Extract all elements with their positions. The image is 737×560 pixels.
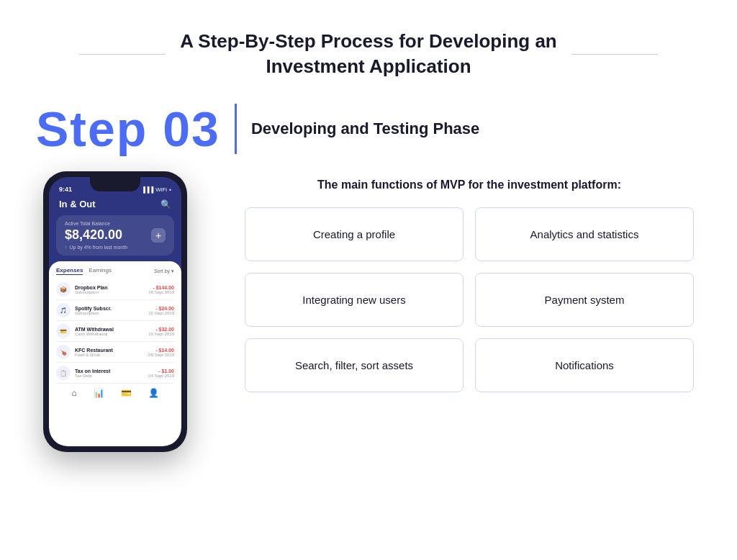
transaction-cat-4: Food & Drink <box>75 353 148 357</box>
phone-bottom-nav: ⌂ 📊 💳 👤 <box>56 384 174 401</box>
transaction-name-1: Dropbox Plan <box>75 285 148 290</box>
mvp-title: The main functions of MVP for the invest… <box>245 179 694 191</box>
signal-icon: ▐▐▐ <box>141 186 153 193</box>
function-card-analytics[interactable]: Analytics and statistics <box>475 207 694 261</box>
function-card-creating-profile[interactable]: Creating a profile <box>245 207 464 261</box>
phone-screen: 9:41 ▐▐▐ WiFi ▪ In & Out 🔍 Active Total … <box>49 177 181 446</box>
nav-home-icon[interactable]: ⌂ <box>71 388 76 398</box>
phone-search-icon[interactable]: 🔍 <box>160 199 171 209</box>
tab-expenses[interactable]: Expenses <box>56 267 83 275</box>
transaction-amount-4: - $14.00 <box>148 348 174 353</box>
phone-status-icons: ▐▐▐ WiFi ▪ <box>141 186 171 193</box>
phone-time: 9:41 <box>59 186 72 193</box>
transaction-icon-1: 📦 <box>56 282 71 297</box>
transaction-row-4: 🍗 KFC Restaurant Food & Drink - $14.00 0… <box>56 342 174 363</box>
function-label-integrating-users: Integrating new users <box>302 294 405 306</box>
transaction-cat-5: Tax Debt <box>75 374 148 378</box>
expenses-tabs: Expenses Earnings Sort by ▾ <box>56 267 174 275</box>
transaction-icon-4: 🍗 <box>56 345 71 359</box>
function-card-integrating-users[interactable]: Integrating new users <box>245 273 464 327</box>
transaction-icon-2: 🎵 <box>56 303 71 317</box>
phone-transactions-section: Expenses Earnings Sort by ▾ 📦 Dropbox Pl… <box>49 261 181 446</box>
phone-app-title: In & Out <box>59 199 96 209</box>
transaction-cat-2: Subscription <box>75 311 148 315</box>
phone-body: 9:41 ▐▐▐ WiFi ▪ In & Out 🔍 Active Total … <box>43 171 187 452</box>
sort-button[interactable]: Sort by ▾ <box>154 268 174 274</box>
transaction-row-3: 💳 ATM Withdrawal Cash Withdrawal - $32.0… <box>56 321 174 342</box>
nav-profile-icon[interactable]: 👤 <box>148 388 159 398</box>
function-label-search-filter: Search, filter, sort assets <box>295 359 413 371</box>
transaction-right-2: - $24.00 10 Sept 2019 <box>148 306 174 315</box>
transaction-right-4: - $14.00 06 Sept 2019 <box>148 348 174 357</box>
add-button[interactable]: + <box>151 228 166 243</box>
step-subtitle: Developing and Testing Phase <box>251 119 479 138</box>
transaction-amount-5: - $1.00 <box>148 369 174 374</box>
transaction-cat-3: Cash Withdrawal <box>75 332 148 336</box>
page-title: A Step-By-Step Process for Developing an… <box>180 29 556 79</box>
balance-change: ↑ Up by 4% from last month <box>65 245 166 250</box>
function-card-search-filter[interactable]: Search, filter, sort assets <box>245 338 464 392</box>
header-section: A Step-By-Step Process for Developing an… <box>0 0 737 94</box>
mvp-section: The main functions of MVP for the invest… <box>216 171 715 452</box>
transaction-details-2: Spotify Subscr. Subscription <box>75 306 148 315</box>
transaction-date-3: 10 Sept 2019 <box>148 332 174 336</box>
function-card-notifications[interactable]: Notifications <box>475 338 694 392</box>
function-label-payment: Payment system <box>545 294 625 306</box>
balance-card: Active Total Balance $8,420.00 + ↑ Up by… <box>56 215 174 256</box>
transaction-right-1: - $144.00 18 Sept 2019 <box>148 285 174 294</box>
transaction-amount-3: - $32.00 <box>148 327 174 332</box>
balance-amount: $8,420.00 <box>65 227 122 243</box>
transaction-right-5: - $1.00 04 Sept 2019 <box>148 369 174 378</box>
transaction-details-1: Dropbox Plan Subscription <box>75 285 148 294</box>
step-divider <box>235 104 237 154</box>
header-line-right <box>571 54 658 55</box>
transaction-name-2: Spotify Subscr. <box>75 306 148 311</box>
transaction-details-4: KFC Restaurant Food & Drink <box>75 348 148 357</box>
function-label-analytics: Analytics and statistics <box>530 228 639 240</box>
transaction-name-5: Tax on Interest <box>75 369 148 374</box>
balance-label: Active Total Balance <box>65 221 166 226</box>
transaction-details-5: Tax on Interest Tax Debt <box>75 369 148 378</box>
function-label-notifications: Notifications <box>555 359 614 371</box>
transaction-cat-1: Subscription <box>75 290 148 294</box>
transaction-name-4: KFC Restaurant <box>75 348 148 353</box>
battery-icon: ▪ <box>169 186 171 193</box>
transaction-row-5: 📋 Tax on Interest Tax Debt - $1.00 04 Se… <box>56 363 174 384</box>
transaction-icon-3: 💳 <box>56 324 71 338</box>
transaction-amount-1: - $144.00 <box>148 285 174 290</box>
phone-notch <box>90 177 140 191</box>
function-card-payment[interactable]: Payment system <box>475 273 694 327</box>
transaction-date-5: 04 Sept 2019 <box>148 374 174 378</box>
tab-earnings[interactable]: Earnings <box>89 267 112 275</box>
phone-mockup: 9:41 ▐▐▐ WiFi ▪ In & Out 🔍 Active Total … <box>43 171 202 452</box>
transaction-name-3: ATM Withdrawal <box>75 327 148 332</box>
nav-card-icon[interactable]: 💳 <box>121 388 132 398</box>
transaction-details-3: ATM Withdrawal Cash Withdrawal <box>75 327 148 336</box>
transaction-date-2: 10 Sept 2019 <box>148 311 174 315</box>
transaction-icon-5: 📋 <box>56 366 71 380</box>
functions-grid: Creating a profile Analytics and statist… <box>245 207 694 392</box>
transaction-date-4: 06 Sept 2019 <box>148 353 174 357</box>
step-label: Step 03 <box>36 101 220 157</box>
function-label-creating-profile: Creating a profile <box>313 228 395 240</box>
tabs-left: Expenses Earnings <box>56 267 112 275</box>
wifi-icon: WiFi <box>155 186 167 193</box>
transaction-date-1: 18 Sept 2019 <box>148 290 174 294</box>
header-line-left <box>79 54 166 55</box>
transaction-row-1: 📦 Dropbox Plan Subscription - $144.00 18… <box>56 279 174 300</box>
up-arrow-icon: ↑ <box>65 245 68 250</box>
step-section: Step 03 Developing and Testing Phase <box>0 94 737 171</box>
nav-chart-icon[interactable]: 📊 <box>94 388 104 398</box>
transaction-row-2: 🎵 Spotify Subscr. Subscription - $24.00 … <box>56 300 174 321</box>
phone-app-header: In & Out 🔍 <box>49 196 181 215</box>
transaction-amount-2: - $24.00 <box>148 306 174 311</box>
main-content: 9:41 ▐▐▐ WiFi ▪ In & Out 🔍 Active Total … <box>0 171 737 452</box>
transaction-right-3: - $32.00 10 Sept 2019 <box>148 327 174 336</box>
